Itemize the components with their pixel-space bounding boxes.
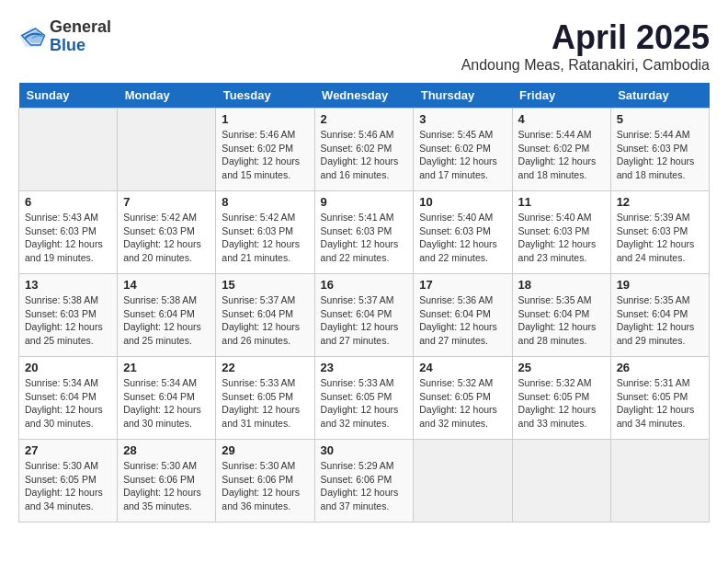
- week-row-4: 20Sunrise: 5:34 AM Sunset: 6:04 PM Dayli…: [19, 357, 710, 440]
- day-info: Sunrise: 5:33 AM Sunset: 6:05 PM Dayligh…: [222, 376, 308, 431]
- weekday-header-wednesday: Wednesday: [314, 83, 414, 109]
- day-number: 4: [518, 112, 605, 126]
- weekday-header-thursday: Thursday: [414, 83, 512, 109]
- calendar-cell: 17Sunrise: 5:36 AM Sunset: 6:04 PM Dayli…: [414, 274, 512, 357]
- day-info: Sunrise: 5:46 AM Sunset: 6:02 PM Dayligh…: [321, 128, 408, 182]
- day-info: Sunrise: 5:32 AM Sunset: 6:05 PM Dayligh…: [518, 376, 605, 431]
- day-number: 30: [321, 443, 408, 457]
- day-number: 15: [222, 278, 308, 292]
- day-number: 23: [321, 361, 408, 374]
- calendar-cell: 18Sunrise: 5:35 AM Sunset: 6:04 PM Dayli…: [512, 274, 610, 357]
- calendar-cell: 25Sunrise: 5:32 AM Sunset: 6:05 PM Dayli…: [512, 357, 610, 440]
- week-row-3: 13Sunrise: 5:38 AM Sunset: 6:03 PM Dayli…: [19, 274, 710, 357]
- calendar-cell: [610, 440, 709, 523]
- page-header: General Blue April 2025 Andoung Meas, Ra…: [18, 18, 710, 74]
- day-number: 11: [518, 195, 605, 209]
- day-info: Sunrise: 5:38 AM Sunset: 6:04 PM Dayligh…: [123, 293, 210, 348]
- calendar-cell: 29Sunrise: 5:30 AM Sunset: 6:06 PM Dayli…: [216, 440, 314, 523]
- day-info: Sunrise: 5:42 AM Sunset: 6:03 PM Dayligh…: [123, 211, 210, 265]
- logo-text: General Blue: [50, 18, 111, 55]
- calendar-cell: 23Sunrise: 5:33 AM Sunset: 6:05 PM Dayli…: [314, 357, 414, 440]
- day-number: 6: [25, 195, 111, 209]
- weekday-header-friday: Friday: [512, 83, 610, 109]
- day-number: 21: [123, 361, 210, 374]
- day-info: Sunrise: 5:35 AM Sunset: 6:04 PM Dayligh…: [518, 293, 605, 348]
- day-info: Sunrise: 5:44 AM Sunset: 6:03 PM Dayligh…: [617, 128, 703, 182]
- calendar-cell: 8Sunrise: 5:42 AM Sunset: 6:03 PM Daylig…: [216, 191, 314, 274]
- calendar-cell: 11Sunrise: 5:40 AM Sunset: 6:03 PM Dayli…: [512, 191, 610, 274]
- weekday-header-monday: Monday: [118, 83, 216, 109]
- logo-icon: [18, 23, 46, 51]
- calendar-cell: 5Sunrise: 5:44 AM Sunset: 6:03 PM Daylig…: [610, 109, 709, 191]
- calendar-cell: 24Sunrise: 5:32 AM Sunset: 6:05 PM Dayli…: [414, 357, 512, 440]
- calendar-cell: 15Sunrise: 5:37 AM Sunset: 6:04 PM Dayli…: [216, 274, 314, 357]
- day-info: Sunrise: 5:40 AM Sunset: 6:03 PM Dayligh…: [518, 211, 605, 265]
- location: Andoung Meas, Ratanakiri, Cambodia: [461, 57, 710, 74]
- day-info: Sunrise: 5:35 AM Sunset: 6:04 PM Dayligh…: [617, 293, 703, 348]
- calendar-cell: 7Sunrise: 5:42 AM Sunset: 6:03 PM Daylig…: [118, 191, 216, 274]
- calendar-cell: 3Sunrise: 5:45 AM Sunset: 6:02 PM Daylig…: [414, 109, 512, 191]
- day-number: 3: [419, 112, 506, 126]
- day-number: 17: [419, 278, 506, 292]
- day-number: 22: [222, 361, 308, 374]
- day-info: Sunrise: 5:33 AM Sunset: 6:05 PM Dayligh…: [321, 376, 408, 431]
- day-info: Sunrise: 5:39 AM Sunset: 6:03 PM Dayligh…: [617, 211, 703, 265]
- day-info: Sunrise: 5:30 AM Sunset: 6:06 PM Dayligh…: [123, 459, 210, 513]
- month-title: April 2025: [461, 18, 710, 57]
- calendar-cell: 22Sunrise: 5:33 AM Sunset: 6:05 PM Dayli…: [216, 357, 314, 440]
- week-row-2: 6Sunrise: 5:43 AM Sunset: 6:03 PM Daylig…: [19, 191, 710, 274]
- day-info: Sunrise: 5:34 AM Sunset: 6:04 PM Dayligh…: [123, 376, 210, 431]
- day-info: Sunrise: 5:30 AM Sunset: 6:05 PM Dayligh…: [25, 459, 111, 513]
- calendar-cell: 19Sunrise: 5:35 AM Sunset: 6:04 PM Dayli…: [610, 274, 709, 357]
- day-number: 29: [222, 443, 308, 457]
- day-number: 28: [123, 443, 210, 457]
- day-number: 2: [321, 112, 408, 126]
- calendar-table: SundayMondayTuesdayWednesdayThursdayFrid…: [18, 83, 710, 523]
- weekday-header-sunday: Sunday: [19, 83, 118, 109]
- day-info: Sunrise: 5:38 AM Sunset: 6:03 PM Dayligh…: [25, 293, 111, 348]
- day-number: 14: [123, 278, 210, 292]
- weekday-header-saturday: Saturday: [610, 83, 709, 109]
- calendar-cell: 30Sunrise: 5:29 AM Sunset: 6:06 PM Dayli…: [314, 440, 414, 523]
- day-number: 18: [518, 278, 605, 292]
- calendar-cell: [19, 109, 118, 191]
- calendar-cell: 14Sunrise: 5:38 AM Sunset: 6:04 PM Dayli…: [118, 274, 216, 357]
- day-number: 20: [25, 361, 111, 374]
- weekday-header-tuesday: Tuesday: [216, 83, 314, 109]
- day-number: 5: [617, 112, 703, 126]
- day-number: 19: [617, 278, 703, 292]
- day-number: 25: [518, 361, 605, 374]
- day-info: Sunrise: 5:30 AM Sunset: 6:06 PM Dayligh…: [222, 459, 308, 513]
- day-number: 24: [419, 361, 506, 374]
- day-info: Sunrise: 5:37 AM Sunset: 6:04 PM Dayligh…: [321, 293, 408, 348]
- calendar-cell: 13Sunrise: 5:38 AM Sunset: 6:03 PM Dayli…: [19, 274, 118, 357]
- calendar-cell: 27Sunrise: 5:30 AM Sunset: 6:05 PM Dayli…: [19, 440, 118, 523]
- calendar-cell: 26Sunrise: 5:31 AM Sunset: 6:05 PM Dayli…: [610, 357, 709, 440]
- day-info: Sunrise: 5:34 AM Sunset: 6:04 PM Dayligh…: [25, 376, 111, 431]
- week-row-5: 27Sunrise: 5:30 AM Sunset: 6:05 PM Dayli…: [19, 440, 710, 523]
- logo-blue: Blue: [50, 37, 111, 55]
- calendar-cell: 20Sunrise: 5:34 AM Sunset: 6:04 PM Dayli…: [19, 357, 118, 440]
- day-info: Sunrise: 5:44 AM Sunset: 6:02 PM Dayligh…: [518, 128, 605, 182]
- day-number: 9: [321, 195, 408, 209]
- day-number: 13: [25, 278, 111, 292]
- calendar-cell: 4Sunrise: 5:44 AM Sunset: 6:02 PM Daylig…: [512, 109, 610, 191]
- calendar-cell: 9Sunrise: 5:41 AM Sunset: 6:03 PM Daylig…: [314, 191, 414, 274]
- day-info: Sunrise: 5:46 AM Sunset: 6:02 PM Dayligh…: [222, 128, 308, 182]
- day-info: Sunrise: 5:36 AM Sunset: 6:04 PM Dayligh…: [419, 293, 506, 348]
- calendar-cell: [118, 109, 216, 191]
- day-number: 26: [617, 361, 703, 374]
- day-number: 27: [25, 443, 111, 457]
- calendar-cell: 1Sunrise: 5:46 AM Sunset: 6:02 PM Daylig…: [216, 109, 314, 191]
- day-info: Sunrise: 5:45 AM Sunset: 6:02 PM Dayligh…: [419, 128, 506, 182]
- logo: General Blue: [18, 18, 111, 55]
- calendar-cell: 2Sunrise: 5:46 AM Sunset: 6:02 PM Daylig…: [314, 109, 414, 191]
- calendar-cell: 28Sunrise: 5:30 AM Sunset: 6:06 PM Dayli…: [118, 440, 216, 523]
- logo-general: General: [50, 18, 111, 37]
- day-info: Sunrise: 5:31 AM Sunset: 6:05 PM Dayligh…: [617, 376, 703, 431]
- calendar-cell: [414, 440, 512, 523]
- day-number: 16: [321, 278, 408, 292]
- calendar-cell: 6Sunrise: 5:43 AM Sunset: 6:03 PM Daylig…: [19, 191, 118, 274]
- day-info: Sunrise: 5:42 AM Sunset: 6:03 PM Dayligh…: [222, 211, 308, 265]
- day-info: Sunrise: 5:43 AM Sunset: 6:03 PM Dayligh…: [25, 211, 111, 265]
